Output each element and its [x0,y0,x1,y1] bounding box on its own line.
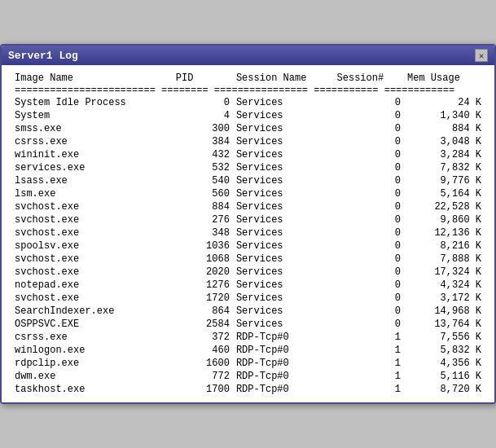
table-row: spoolsv.exe1036Services08,216 K [11,239,485,253]
cell-session-num: 0 [334,318,405,331]
cell-session-num: 0 [334,161,405,174]
table-row: svchost.exe1720Services03,172 K [11,292,485,305]
cell-mem-usage: 3,172 K [404,292,485,305]
cell-session-num: 0 [334,96,405,109]
cell-session-num: 0 [334,174,405,187]
table-row: svchost.exe2020Services017,324 K [11,266,485,279]
cell-image-name: lsm.exe [11,187,173,200]
cell-pid: 0 [173,96,233,109]
cell-session-name: Services [233,292,334,305]
cell-pid: 2020 [173,266,233,279]
cell-session-num: 0 [334,213,405,226]
cell-session-name: Services [233,174,334,187]
cell-image-name: dwm.exe [11,370,173,383]
table-row: lsass.exe540Services09,776 K [11,174,485,187]
server-log-window: Server1 Log ✕ Image Name PID Session Nam… [0,44,496,404]
cell-image-name: svchost.exe [11,226,173,239]
cell-mem-usage: 13,764 K [404,318,485,331]
cell-session-name: Services [233,318,334,331]
cell-mem-usage: 9,860 K [404,213,485,226]
cell-pid: 1036 [173,239,233,253]
cell-session-num: 1 [334,370,405,383]
cell-session-name: RDP-Tcp#0 [233,383,334,396]
cell-pid: 864 [173,305,233,318]
table-row: winlogon.exe460RDP-Tcp#015,832 K [11,344,485,357]
cell-session-name: Services [233,96,334,109]
cell-session-num: 0 [334,279,405,292]
cell-pid: 884 [173,200,233,213]
log-content: Image Name PID Session Name Session# Mem… [2,65,494,402]
cell-pid: 532 [173,161,233,174]
close-button[interactable]: ✕ [475,49,488,62]
table-row: System Idle Process0Services024 K [11,96,485,109]
cell-pid: 1276 [173,279,233,292]
table-row: svchost.exe1068Services07,888 K [11,253,485,266]
cell-session-name: RDP-Tcp#0 [233,331,334,344]
cell-session-name: Services [233,279,334,292]
cell-image-name: smss.exe [11,122,173,135]
table-row: taskhost.exe1700RDP-Tcp#018,720 K [11,383,485,396]
cell-image-name: OSPPSVC.EXE [11,318,173,331]
cell-pid: 772 [173,370,233,383]
cell-mem-usage: 24 K [404,96,485,109]
process-table: Image Name PID Session Name Session# Mem… [11,72,485,396]
cell-mem-usage: 9,776 K [404,174,485,187]
cell-session-name: Services [233,161,334,174]
cell-mem-usage: 7,832 K [404,161,485,174]
cell-image-name: System [11,109,173,122]
cell-mem-usage: 14,968 K [404,305,485,318]
cell-mem-usage: 5,116 K [404,370,485,383]
cell-session-name: Services [233,200,334,213]
table-row: lsm.exe560Services05,164 K [11,187,485,200]
cell-pid: 384 [173,135,233,148]
cell-image-name: taskhost.exe [11,383,173,396]
header-pid: PID [173,72,233,85]
table-row: csrss.exe384Services03,048 K [11,135,485,148]
cell-session-num: 0 [334,200,405,213]
cell-mem-usage: 4,356 K [404,357,485,370]
header-session-num: Session# [334,72,405,85]
cell-mem-usage: 22,528 K [404,200,485,213]
title-bar: Server1 Log ✕ [2,46,494,65]
separator-row: ======================== ======== ======… [11,85,485,96]
cell-session-num: 0 [334,187,405,200]
table-row: dwm.exe772RDP-Tcp#015,116 K [11,370,485,383]
cell-pid: 460 [173,344,233,357]
cell-image-name: csrss.exe [11,331,173,344]
cell-session-name: Services [233,135,334,148]
table-row: smss.exe300Services0884 K [11,122,485,135]
cell-pid: 300 [173,122,233,135]
cell-pid: 372 [173,331,233,344]
cell-pid: 560 [173,187,233,200]
cell-image-name: svchost.exe [11,253,173,266]
cell-session-num: 0 [334,148,405,161]
cell-session-name: Services [233,148,334,161]
cell-pid: 2584 [173,318,233,331]
cell-pid: 4 [173,109,233,122]
cell-session-name: RDP-Tcp#0 [233,344,334,357]
cell-session-num: 0 [334,253,405,266]
cell-image-name: spoolsv.exe [11,239,173,253]
table-row: svchost.exe276Services09,860 K [11,213,485,226]
cell-session-num: 0 [334,122,405,135]
window-title: Server1 Log [8,50,78,62]
cell-session-name: Services [233,122,334,135]
cell-session-num: 1 [334,344,405,357]
table-row: csrss.exe372RDP-Tcp#017,556 K [11,331,485,344]
cell-session-num: 0 [334,292,405,305]
cell-mem-usage: 7,556 K [404,331,485,344]
cell-pid: 348 [173,226,233,239]
separator-line: ======================== ======== ======… [11,85,485,96]
cell-image-name: winlogon.exe [11,344,173,357]
cell-pid: 1720 [173,292,233,305]
cell-session-name: Services [233,187,334,200]
cell-image-name: rdpclip.exe [11,357,173,370]
table-header-row: Image Name PID Session Name Session# Mem… [11,72,485,85]
cell-image-name: System Idle Process [11,96,173,109]
cell-pid: 276 [173,213,233,226]
cell-image-name: lsass.exe [11,174,173,187]
cell-mem-usage: 5,832 K [404,344,485,357]
cell-mem-usage: 8,216 K [404,239,485,253]
cell-session-name: Services [233,305,334,318]
cell-mem-usage: 7,888 K [404,253,485,266]
